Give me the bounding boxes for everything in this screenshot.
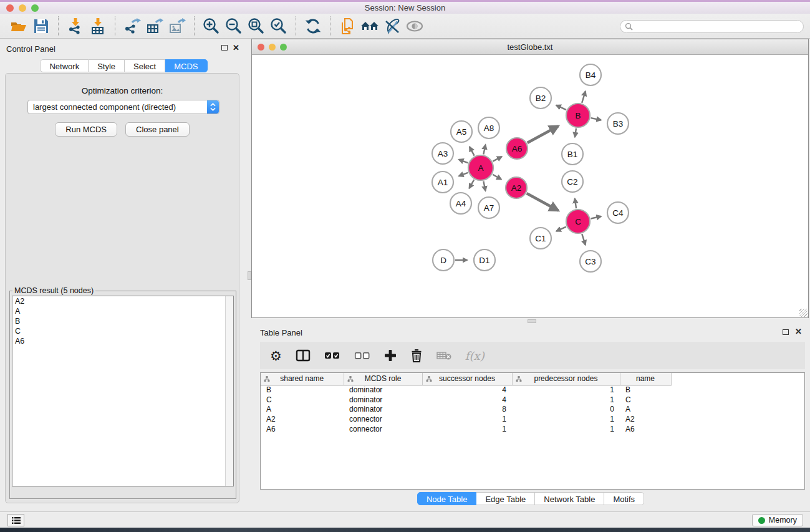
zoom-selected-button[interactable] [268,16,290,37]
unselect-all-columns-button[interactable] [354,352,370,359]
graph-edge-C-C1[interactable] [556,227,566,231]
graph-edge-A-A5[interactable] [470,147,475,155]
tab-mcds[interactable]: MCDS [165,59,207,72]
table-cell[interactable]: C [620,395,671,405]
export-table-button[interactable] [143,16,166,37]
table-cell[interactable]: 4 [422,395,512,405]
table-cell[interactable]: dominator [344,385,422,395]
float-panel-icon[interactable] [221,44,228,52]
graph-edge-A6-B[interactable] [528,126,558,143]
save-button[interactable] [30,16,52,37]
tab-motifs[interactable]: Motifs [604,492,644,505]
zoom-out-button[interactable] [223,16,245,37]
graph-edge-B-B1[interactable] [575,128,576,137]
resize-grip[interactable] [799,309,808,317]
delete-table-button[interactable] [436,351,451,360]
column-header-predecessor-nodes[interactable]: predecessor nodes [512,373,620,385]
mcds-result-item[interactable]: A [12,306,233,316]
table-cell[interactable]: A [261,405,344,415]
graph-edge-B-B2[interactable] [556,105,566,110]
divider-handle[interactable] [528,319,536,323]
close-panel-button[interactable]: Close panel [125,122,190,137]
close-panel-icon[interactable]: ✕ [233,44,239,52]
import-network-button[interactable] [64,16,87,37]
homes-button[interactable] [359,16,381,37]
import-table-button[interactable] [87,16,109,37]
mcds-result-item[interactable]: A2 [12,296,233,306]
table-cell[interactable]: 1 [512,424,620,434]
tab-select[interactable]: Select [125,59,165,72]
zoom-fit-button[interactable] [245,16,268,37]
table-cell[interactable]: A2 [261,414,344,424]
show-columns-button[interactable] [296,349,311,362]
table-cell[interactable]: A [620,405,671,415]
documents-share-button[interactable] [336,16,359,37]
open-button[interactable] [7,16,30,37]
graph-edge-A-A7[interactable] [483,181,485,191]
graph-edge-A-A8[interactable] [483,145,485,154]
tab-style[interactable]: Style [89,59,125,72]
table-cell[interactable]: 1 [512,385,620,395]
table-settings-button[interactable]: ⚙ [270,349,282,362]
table-cell[interactable]: dominator [344,395,422,405]
export-image-button[interactable] [166,16,188,37]
table-row[interactable]: Adominator80A [261,405,671,415]
network-window-titlebar[interactable]: testGlobe.txt [252,39,808,55]
column-header-successor-nodes[interactable]: successor nodes [422,373,512,385]
pen-slash-button[interactable] [381,16,403,37]
optimization-criterion-select[interactable]: largest connected component (directed) [27,100,219,114]
network-canvas[interactable]: B4B2BB3A8A5A6B1A3AA1C2A2A4A7C4CC1C3DD1 [252,55,808,317]
graph-edge-A-A6[interactable] [493,157,501,162]
table-cell[interactable]: connector [344,414,422,424]
table-row[interactable]: Bdominator41B [261,385,671,395]
scrollbar[interactable] [225,296,233,486]
eye-button[interactable] [403,16,426,37]
column-header-name[interactable]: name [620,373,671,385]
tab-node-table[interactable]: Node Table [417,492,477,505]
table-row[interactable]: Cdominator41C [261,395,671,405]
mcds-result-item[interactable]: B [12,316,233,326]
delete-column-button[interactable] [410,349,423,362]
create-column-button[interactable] [384,349,397,362]
table-cell[interactable]: C [261,395,344,405]
column-header-mcds-role[interactable]: MCDS role [344,373,422,385]
function-builder-button[interactable]: f(x) [465,349,485,362]
table-cell[interactable]: 8 [422,405,512,415]
table-cell[interactable]: A6 [620,424,671,434]
table-cell[interactable]: A6 [261,424,344,434]
export-network-button[interactable] [121,16,143,37]
graph-edge-A2-C[interactable] [527,193,558,210]
table-cell[interactable]: 1 [422,414,512,424]
run-mcds-button[interactable]: Run MCDS [55,122,117,137]
graph-edge-C-C3[interactable] [582,234,585,245]
table-cell[interactable]: 1 [422,424,512,434]
table-cell[interactable]: 1 [512,395,620,405]
graph-edge-A-A1[interactable] [459,173,468,176]
horizontal-split-divider[interactable] [251,318,810,324]
column-header-shared-name[interactable]: shared name [261,373,344,385]
graph-edge-C-C4[interactable] [591,216,601,219]
table-cell[interactable]: B [261,385,344,395]
tab-network-table[interactable]: Network Table [535,492,604,505]
graph-edge-B-B4[interactable] [582,91,586,102]
table-cell[interactable]: dominator [344,405,422,415]
graph-edge-A-A2[interactable] [493,175,501,180]
close-panel-icon[interactable]: ✕ [795,328,802,336]
zoom-in-button[interactable] [200,16,223,37]
graph-edge-C-C2[interactable] [575,198,576,208]
refresh-button[interactable] [302,16,324,37]
mcds-result-item[interactable]: C [12,326,233,336]
tab-edge-table[interactable]: Edge Table [476,492,535,505]
graph-edge-B-B3[interactable] [591,118,601,120]
table-cell[interactable]: connector [344,424,422,434]
search-input[interactable] [633,21,803,32]
graph-edge-A-A4[interactable] [470,180,475,188]
tab-network[interactable]: Network [40,59,89,72]
task-history-button[interactable] [7,514,24,526]
mcds-result-list[interactable]: A2ABCA6 [12,296,234,486]
table-cell[interactable]: 0 [512,405,620,415]
table-row[interactable]: A2connector11A2 [261,414,671,424]
search-field[interactable] [620,20,804,33]
table-cell[interactable]: B [620,385,671,395]
memory-button[interactable]: Memory [752,514,803,526]
